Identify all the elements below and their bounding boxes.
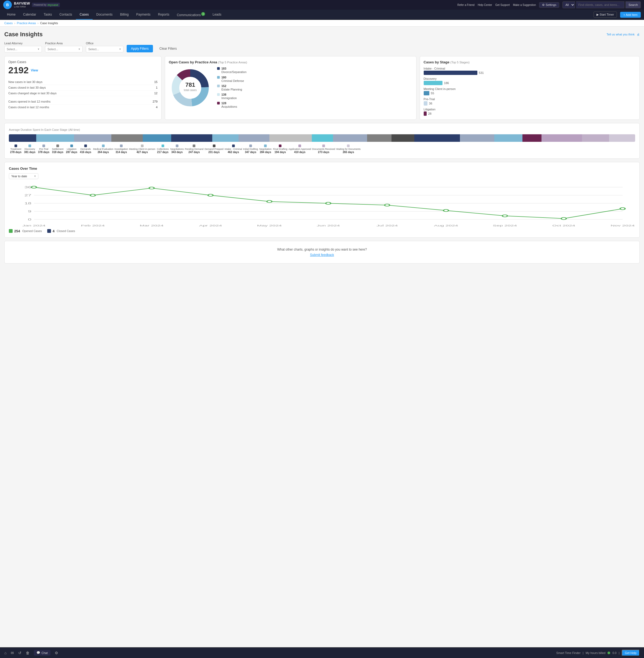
duration-segment: [494, 134, 523, 142]
cases-stats: New cases in last 30 days 15 Cases close…: [8, 79, 158, 110]
stage-list: Intake - Criminal 531 Discovery 186 Meet…: [424, 67, 636, 116]
duration-label: Waiting for Documents265 days: [336, 144, 361, 154]
submit-feedback-link[interactable]: Submit feedback: [310, 253, 334, 257]
get-help-button[interactable]: Get Help: [622, 650, 640, 653]
duration-segment: [542, 134, 582, 142]
svg-text:27: 27: [24, 194, 31, 197]
nav-calendar[interactable]: Calendar: [19, 10, 40, 20]
chat-button[interactable]: 💬 Chat: [34, 650, 50, 652]
nav-cases[interactable]: Cases: [76, 10, 93, 20]
duration-segment: [414, 134, 460, 142]
duration-label: Negotiation284 days: [258, 144, 272, 154]
open-cases-count: 2192 View: [8, 65, 158, 75]
help-center-link[interactable]: Help Center: [478, 3, 492, 6]
add-item-button[interactable]: + Add Item: [620, 12, 641, 18]
bottom-right: Smart Time Finder | My hours billed 0.0 …: [556, 650, 640, 653]
duration-label: Pre-Trial378 days: [37, 144, 51, 154]
lead-attorney-filter: Lead Attorney Select...: [4, 42, 42, 52]
breadcrumb-cases[interactable]: Cases: [4, 21, 13, 25]
open-cases-card: Open Cases 2192 View New cases in last 3…: [4, 56, 162, 120]
smart-time-finder[interactable]: Smart Time Finder: [556, 651, 580, 653]
duration-segment: [582, 134, 609, 142]
open-cases-view-link[interactable]: View: [31, 68, 38, 72]
duration-card: Average Duration Spent In Each Case Stag…: [4, 123, 640, 159]
clear-filters-button[interactable]: Clear Filters: [156, 45, 180, 52]
office-select[interactable]: Select...: [86, 46, 123, 52]
svg-text:9: 9: [28, 210, 31, 213]
practice-area-filter: Practice Area Select...: [45, 42, 83, 52]
svg-point-31: [208, 194, 213, 196]
svg-text:Mar 2024: Mar 2024: [140, 224, 164, 227]
duration-label: Litigation287 days: [65, 144, 78, 154]
duration-label: Collections217 days: [156, 144, 170, 154]
duration-label: Intake - Criminal462 days: [224, 144, 243, 154]
suggestion-link[interactable]: Make a Suggestion: [513, 3, 536, 6]
stat-row: New cases in last 30 days 15: [8, 79, 158, 85]
svg-point-37: [561, 217, 567, 219]
search-scope-select[interactable]: All: [562, 1, 575, 8]
stage-title: Cases by Stage (Top 5 Stages): [424, 60, 636, 64]
refresh-icon[interactable]: ↺: [18, 651, 21, 653]
nav-payments[interactable]: Payments: [133, 10, 154, 20]
page-header: Case Insights Tell us what you think 🖨: [4, 31, 640, 38]
home-icon[interactable]: ⌂: [4, 651, 6, 653]
search-input[interactable]: [576, 1, 624, 8]
print-icon[interactable]: 🖨: [637, 33, 640, 36]
logo-text: BAYVIEW LAW FIRM: [14, 1, 30, 8]
time-filter-select[interactable]: Year to date Last 12 months All time: [9, 173, 38, 179]
hours-dot: [607, 652, 610, 653]
svg-point-30: [149, 187, 154, 189]
settings-bottom-icon[interactable]: ⚙: [55, 651, 58, 653]
lead-attorney-select[interactable]: Select...: [4, 46, 42, 52]
search-button[interactable]: Search: [625, 1, 641, 8]
start-timer-button[interactable]: ▶ Start Timer: [594, 12, 617, 18]
practice-area-select[interactable]: Select...: [45, 46, 83, 52]
svg-text:Jan 2024: Jan 2024: [22, 224, 45, 227]
trash-icon[interactable]: 🗑: [26, 651, 29, 653]
office-filter: Office Select...: [86, 42, 123, 52]
breadcrumb-current: Case Insights: [40, 21, 58, 25]
duration-label: Settlement318 days: [51, 144, 65, 154]
hours-value: 0.0: [612, 651, 616, 653]
duration-label: Initial Drafting347 days: [243, 144, 258, 154]
page-title: Case Insights: [4, 31, 43, 38]
feedback-question: What other charts, graphs or insights do…: [11, 248, 633, 251]
duration-label: Application Approved410 days: [288, 144, 312, 154]
duration-segment: [74, 134, 111, 142]
open-cases-title: Open Cases: [8, 60, 158, 64]
nav-home[interactable]: Home: [3, 10, 19, 20]
nav-communications[interactable]: Communications1: [173, 9, 209, 20]
duration-label: Treatment278 days: [9, 144, 23, 154]
apply-filters-button[interactable]: Apply Filters: [127, 45, 153, 52]
nav-leads[interactable]: Leads: [209, 10, 225, 20]
get-support-link[interactable]: Get Support: [495, 3, 510, 6]
svg-point-33: [326, 202, 331, 204]
email-icon[interactable]: ✉: [11, 651, 14, 653]
nav-documents[interactable]: Documents: [93, 10, 116, 20]
stat-row: Cases changed stage in last 30 days 12: [8, 90, 158, 96]
breadcrumb-practice-areas[interactable]: Practice Areas: [17, 21, 36, 25]
nav-tasks[interactable]: Tasks: [40, 10, 56, 20]
svg-point-36: [502, 215, 507, 217]
legend-item: 152Estate Planning: [217, 84, 247, 91]
feedback-header-link[interactable]: Tell us what you think 🖨: [606, 33, 640, 36]
svg-text:18: 18: [24, 202, 31, 205]
duration-label: Final Drafting194 days: [272, 144, 288, 154]
top-bar-right: Refer a Friend Help Center Get Support M…: [458, 1, 641, 8]
bottom-bar: ⌂ ✉ ↺ 🗑 💬 Chat ⚙ Smart Time Finder | My …: [0, 647, 644, 652]
chat-icon: 💬: [37, 651, 40, 652]
cards-row: Open Cases 2192 View New cases in last 3…: [4, 56, 640, 120]
nav-billing[interactable]: Billing: [116, 10, 132, 20]
duration-label: Pending Demand247 days: [184, 144, 204, 154]
refer-friend-link[interactable]: Refer a Friend: [458, 3, 475, 6]
nav-contacts[interactable]: Contacts: [55, 10, 76, 20]
svg-point-38: [620, 207, 625, 210]
duration-segment: [36, 134, 74, 142]
nav-left: Home Calendar Tasks Contacts Cases Docum…: [3, 9, 225, 20]
duration-segment: [333, 134, 367, 142]
duration-segment: [111, 134, 143, 142]
stage-item: Intake - Criminal 531: [424, 67, 636, 75]
settings-button[interactable]: ⚙ Settings: [539, 2, 559, 8]
legend-item: 183Divorce/Separation: [217, 67, 247, 74]
nav-reports[interactable]: Reports: [154, 10, 173, 20]
